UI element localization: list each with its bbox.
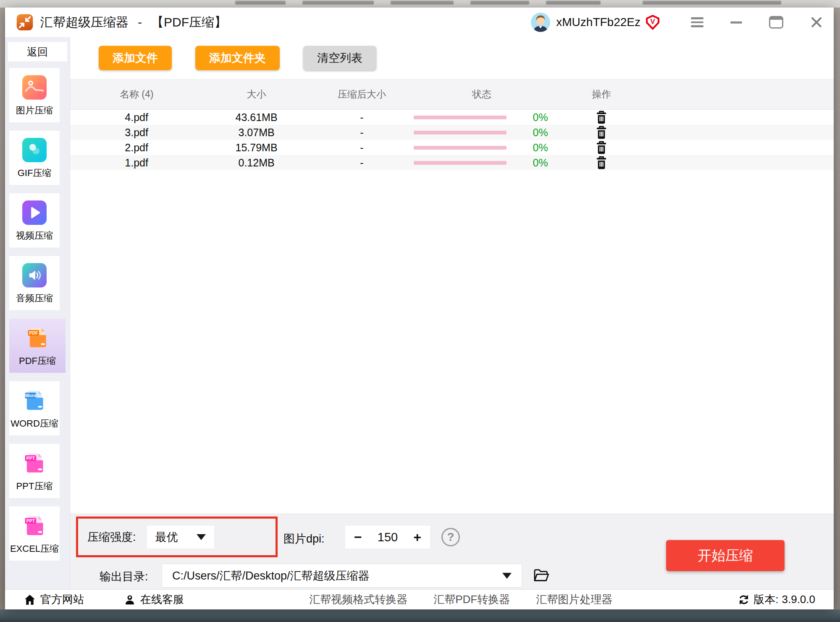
sidebar-item-gif[interactable]: GIF压缩 — [9, 131, 60, 185]
video-converter-link[interactable]: 汇帮视频格式转换器 — [309, 592, 407, 607]
trash-icon — [595, 140, 608, 155]
col-header-status: 状态 — [414, 88, 550, 101]
file-compressed-size: - — [310, 157, 414, 169]
title-separator: - — [138, 15, 142, 29]
word-compress-icon: Word — [22, 388, 47, 413]
ppt-compress-icon: PPT — [22, 451, 47, 475]
sidebar-item-audio[interactable]: 音频压缩 — [9, 256, 60, 310]
app-logo-icon — [16, 13, 34, 31]
version-label: 版本: — [753, 592, 778, 607]
file-compressed-size: - — [310, 127, 414, 139]
strength-select[interactable]: 最优 — [147, 526, 214, 548]
compression-controls: 压缩强度: 最优 图片dpi: − 150 + ? 开始压缩 输出目录 — [70, 514, 834, 589]
sidebar-item-word[interactable]: Word WORD压缩 — [9, 381, 60, 435]
audio-compress-icon — [22, 263, 47, 287]
col-header-size: 大小 — [203, 88, 310, 101]
image-compress-icon — [22, 75, 47, 100]
progress-bar — [414, 161, 507, 165]
app-title: 汇帮超级压缩器 — [40, 14, 129, 31]
start-compression-button[interactable]: 开始压缩 — [666, 540, 785, 571]
add-folder-button[interactable]: 添加文件夹 — [195, 46, 280, 70]
table-header: 名称 (4) 大小 压缩后大小 状态 操作 — [70, 79, 834, 110]
col-header-compressed-size: 压缩后大小 — [310, 88, 414, 101]
sidebar: 返回 图片压缩 GIF压缩 视频压缩 音频压缩 — [5, 37, 70, 589]
dpi-increase-button[interactable]: + — [413, 530, 421, 544]
sidebar-item-ppt[interactable]: PPT PPT压缩 — [9, 444, 60, 498]
file-size: 15.79MB — [203, 142, 310, 154]
clear-list-button[interactable]: 清空列表 — [303, 46, 376, 70]
file-status: 0% — [414, 127, 550, 139]
vip-badge-icon[interactable]: V — [645, 14, 661, 30]
folder-open-icon — [532, 567, 550, 584]
progress-percent: 0% — [533, 111, 548, 124]
sidebar-item-excel[interactable]: PPT EXCEL压缩 — [9, 506, 60, 561]
svg-text:PDF: PDF — [29, 331, 38, 335]
svg-text:V: V — [650, 18, 655, 26]
strength-value: 最优 — [155, 530, 178, 545]
main-panel: 添加文件 添加文件夹 清空列表 名称 (4) 大小 压缩后大小 状态 操作 4.… — [70, 37, 834, 589]
app-window: 汇帮超级压缩器 - 【PDF压缩】 xMUzhTFb22Ez — [5, 8, 834, 609]
pdf-converter-link[interactable]: 汇帮PDF转换器 — [433, 592, 510, 607]
version-info: 版本: 3.9.0.0 — [738, 592, 815, 607]
file-status: 0% — [414, 111, 550, 124]
dpi-decrease-button[interactable]: − — [354, 530, 362, 544]
chevron-down-icon — [502, 573, 512, 579]
file-name: 4.pdf — [70, 111, 203, 124]
dpi-stepper: − 150 + — [345, 526, 430, 548]
file-name: 3.pdf — [70, 127, 203, 139]
minimize-button[interactable] — [730, 21, 742, 24]
file-size: 43.61MB — [203, 111, 310, 124]
menu-button[interactable] — [691, 17, 704, 27]
home-icon — [24, 593, 36, 606]
dpi-help-icon[interactable]: ? — [441, 528, 460, 546]
add-file-button[interactable]: 添加文件 — [99, 46, 172, 70]
back-button[interactable]: 返回 — [8, 42, 67, 61]
svg-text:Word: Word — [25, 393, 36, 398]
progress-percent: 0% — [533, 157, 548, 169]
online-support-link[interactable]: 在线客服 — [123, 592, 184, 607]
browse-folder-button[interactable] — [532, 567, 550, 585]
trash-icon — [595, 125, 608, 140]
table-row: 1.pdf 0.12MB - 0% — [70, 155, 834, 170]
official-site-link[interactable]: 官方网站 — [24, 592, 84, 607]
progress-percent: 0% — [533, 127, 548, 139]
progress-bar — [414, 131, 507, 134]
output-dir-select[interactable]: C:/Users/汇帮/Desktop/汇帮超级压缩器 — [162, 564, 522, 588]
compression-strength-group: 压缩强度: 最优 — [76, 517, 278, 557]
delete-file-button[interactable] — [550, 155, 654, 170]
image-processor-link[interactable]: 汇帮图片处理器 — [536, 592, 612, 607]
background-window-edge — [0, 0, 840, 8]
titlebar: 汇帮超级压缩器 - 【PDF压缩】 xMUzhTFb22Ez — [5, 8, 834, 37]
desktop: 汇帮超级压缩器 - 【PDF压缩】 xMUzhTFb22Ez — [0, 0, 840, 622]
sidebar-item-pdf[interactable]: PDF PDF压缩 — [9, 319, 66, 373]
version-number: 3.9.0.0 — [782, 593, 815, 606]
delete-file-button[interactable] — [550, 140, 654, 155]
trash-icon — [595, 155, 608, 170]
file-status: 0% — [414, 157, 550, 169]
customer-service-icon — [123, 593, 136, 606]
maximize-button[interactable] — [769, 16, 783, 29]
progress-percent: 0% — [533, 142, 548, 154]
close-button[interactable] — [810, 16, 823, 29]
output-dir-label: 输出目录: — [100, 569, 148, 584]
partner-links: 汇帮视频格式转换器 汇帮PDF转换器 汇帮图片处理器 — [309, 592, 612, 607]
file-name: 1.pdf — [70, 157, 203, 169]
excel-compress-icon: PPT — [22, 514, 47, 538]
chevron-down-icon — [197, 534, 206, 540]
svg-text:PPT: PPT — [26, 519, 35, 523]
pdf-compress-icon: PDF — [25, 326, 50, 350]
file-compressed-size: - — [310, 111, 414, 124]
taskbar-edge — [0, 609, 840, 622]
delete-file-button[interactable] — [550, 110, 654, 125]
dpi-label: 图片dpi: — [284, 531, 325, 546]
file-status: 0% — [414, 142, 550, 154]
sidebar-item-video[interactable]: 视频压缩 — [9, 193, 60, 248]
toolbar: 添加文件 添加文件夹 清空列表 — [70, 37, 834, 79]
update-refresh-icon[interactable] — [738, 593, 750, 606]
file-name: 2.pdf — [70, 142, 203, 154]
table-row: 3.pdf 3.07MB - 0% — [70, 125, 834, 140]
delete-file-button[interactable] — [550, 125, 654, 140]
sidebar-item-image[interactable]: 图片压缩 — [9, 68, 60, 122]
footer: 官方网站 在线客服 汇帮视频格式转换器 汇帮PDF转换器 汇帮图片处理器 — [5, 589, 834, 609]
user-avatar[interactable] — [531, 13, 550, 32]
